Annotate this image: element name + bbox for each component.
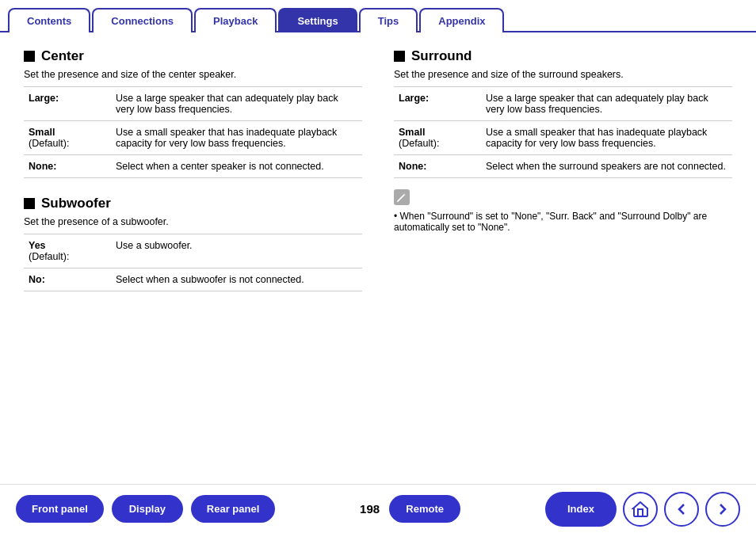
- table-row: None:Select when a center speaker is not…: [24, 155, 362, 178]
- back-arrow-icon: [672, 500, 691, 519]
- term-cell: None:: [24, 155, 111, 178]
- def-cell: Use a subwoofer.: [111, 234, 362, 268]
- table-row: None:Select when the surround speakers a…: [394, 155, 732, 178]
- subwoofer-section: Subwoofer Set the presence of a subwoofe…: [24, 196, 362, 291]
- subwoofer-title-icon: [24, 198, 35, 209]
- subwoofer-table: Yes(Default):Use a subwoofer.No:Select w…: [24, 234, 362, 291]
- main-content: Center Set the presence and size of the …: [0, 32, 756, 307]
- left-column: Center Set the presence and size of the …: [24, 48, 362, 291]
- table-row: Large:Use a large speaker that can adequ…: [24, 87, 362, 121]
- note-icon-area: [394, 189, 732, 207]
- def-cell: Use a small speaker that has inadequate …: [481, 121, 732, 155]
- term-cell: Large:: [24, 87, 111, 121]
- table-row: No:Select when a subwoofer is not connec…: [24, 268, 362, 291]
- term-cell: None:: [394, 155, 481, 178]
- table-row: Small(Default):Use a small speaker that …: [394, 121, 732, 155]
- surround-desc: Set the presence and size of the surroun…: [394, 69, 732, 80]
- bottom-bar: Front panel Display Rear panel 198 Remot…: [0, 484, 756, 533]
- nav-tab-appendix[interactable]: Appendix: [419, 8, 504, 32]
- surround-title-icon: [394, 51, 405, 62]
- display-button[interactable]: Display: [112, 495, 183, 523]
- center-table: Large:Use a large speaker that can adequ…: [24, 86, 362, 178]
- surround-table: Large:Use a large speaker that can adequ…: [394, 86, 732, 178]
- front-panel-button[interactable]: Front panel: [16, 495, 104, 523]
- center-title: Center: [24, 48, 362, 64]
- term-cell: Small(Default):: [24, 121, 111, 155]
- nav-tab-settings[interactable]: Settings: [278, 8, 357, 32]
- surround-section: Surround Set the presence and size of th…: [394, 48, 732, 178]
- def-cell: Use a large speaker that can adequately …: [481, 87, 732, 121]
- term-cell: Yes(Default):: [24, 234, 111, 268]
- table-row: Small(Default):Use a small speaker that …: [24, 121, 362, 155]
- nav-tab-tips[interactable]: Tips: [359, 8, 418, 32]
- term-cell: Small(Default):: [394, 121, 481, 155]
- center-desc: Set the presence and size of the center …: [24, 69, 362, 80]
- def-cell: Use a small speaker that has inadequate …: [111, 121, 362, 155]
- center-title-icon: [24, 51, 35, 62]
- page-number: 198: [360, 502, 380, 516]
- term-cell: Large:: [394, 87, 481, 121]
- bottom-right-buttons: Index: [545, 492, 740, 527]
- table-row: Yes(Default):Use a subwoofer.: [24, 234, 362, 268]
- def-cell: Use a large speaker that can adequately …: [111, 87, 362, 121]
- right-column: Surround Set the presence and size of th…: [394, 48, 732, 291]
- remote-button[interactable]: Remote: [389, 495, 460, 523]
- home-button[interactable]: [623, 492, 658, 527]
- subwoofer-title: Subwoofer: [24, 196, 362, 211]
- nav-tab-contents[interactable]: Contents: [8, 8, 90, 32]
- def-cell: Select when a center speaker is not conn…: [111, 155, 362, 178]
- center-section: Center Set the presence and size of the …: [24, 48, 362, 178]
- note-area: When "Surround" is set to "None", "Surr.…: [394, 189, 732, 233]
- pencil-icon: [394, 189, 410, 205]
- def-cell: Select when the surround speakers are no…: [481, 155, 732, 178]
- nav-tab-connections[interactable]: Connections: [92, 8, 193, 32]
- note-text: When "Surround" is set to "None", "Surr.…: [394, 211, 732, 233]
- nav-tab-playback[interactable]: Playback: [194, 8, 277, 32]
- forward-button[interactable]: [705, 492, 740, 527]
- def-cell: Select when a subwoofer is not connected…: [111, 268, 362, 291]
- bottom-center: 198 Remote: [360, 495, 460, 523]
- rear-panel-button[interactable]: Rear panel: [191, 495, 275, 523]
- nav-tabs: ContentsConnectionsPlaybackSettingsTipsA…: [0, 6, 756, 32]
- subwoofer-desc: Set the presence of a subwoofer.: [24, 216, 362, 227]
- index-button[interactable]: Index: [545, 492, 617, 527]
- back-button[interactable]: [664, 492, 699, 527]
- surround-title: Surround: [394, 48, 732, 64]
- home-icon: [631, 500, 650, 519]
- table-row: Large:Use a large speaker that can adequ…: [394, 87, 732, 121]
- forward-arrow-icon: [713, 500, 732, 519]
- bottom-left-buttons: Front panel Display Rear panel: [16, 495, 275, 523]
- term-cell: No:: [24, 268, 111, 291]
